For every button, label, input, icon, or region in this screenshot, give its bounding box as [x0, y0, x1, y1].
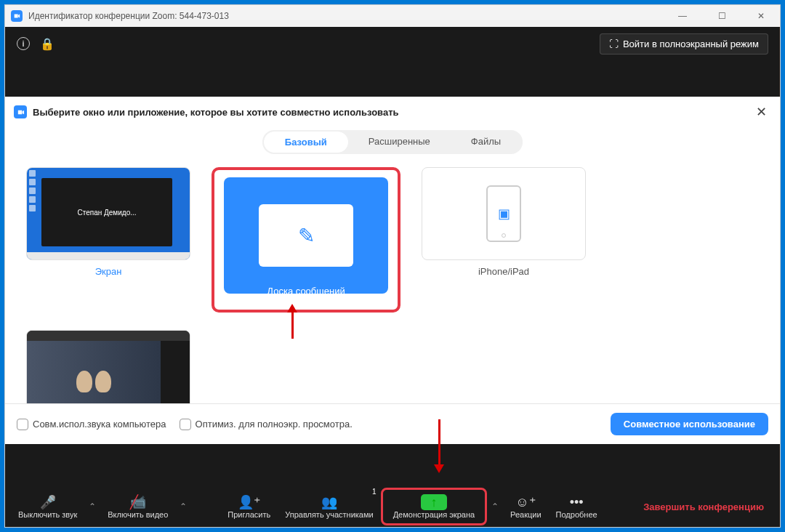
share-screen-highlight: ↑ Демонстрация экрана: [381, 488, 487, 525]
minimize-button[interactable]: —: [669, 11, 696, 21]
meeting-area: Выберите окно или приложение, которое вы…: [5, 60, 780, 527]
microphone-icon: 🎤: [40, 494, 56, 510]
share-button[interactable]: Совместное использование: [611, 413, 768, 435]
checkbox-share-audio[interactable]: Совм.испол.звука компьютера: [17, 419, 166, 430]
titlebar: Идентификатор конференции Zoom: 544-473-…: [5, 5, 780, 27]
reactions-label: Реакции: [510, 510, 542, 519]
share-screen-dialog: Выберите окно или приложение, которое вы…: [5, 97, 780, 444]
pen-icon: ✎: [298, 224, 315, 248]
video-label: Включить видео: [108, 510, 168, 519]
invite-icon: 👤⁺: [238, 494, 261, 510]
participants-count: 1: [372, 488, 377, 496]
optimize-label: Оптимиз. для полноэкр. просмотра.: [196, 419, 353, 430]
share-option-iphone[interactable]: ▣ iPhone/iPad: [415, 167, 592, 313]
airplay-icon: ▣: [498, 206, 510, 222]
whiteboard-thumbnail: ✎: [259, 204, 353, 267]
window-title: Идентификатор конференции Zoom: 544-473-…: [28, 11, 229, 21]
close-button[interactable]: ✕: [748, 11, 774, 21]
maximize-button[interactable]: ☐: [709, 11, 735, 21]
share-option-screen[interactable]: Степан Демидо... Экран: [20, 167, 197, 313]
dialog-title: Выберите окно или приложение, которое вы…: [33, 107, 399, 118]
tab-advanced[interactable]: Расширенные: [348, 132, 451, 153]
end-meeting-button[interactable]: Завершить конференцию: [636, 486, 774, 527]
zoom-icon: [14, 105, 27, 118]
iphone-thumbnail: ▣: [486, 185, 521, 242]
end-label: Завершить конференцию: [643, 501, 764, 512]
video-button[interactable]: 📹╱ Включить видео: [100, 486, 175, 527]
meeting-topbar: i 🔒 ⛶ Войти в полноэкранный режим: [5, 27, 780, 60]
mute-label: Выключить звук: [18, 510, 77, 519]
desktop-thumbnail: Степан Демидо...: [27, 168, 190, 259]
share-options-grid: Степан Демидо... Экран ✎ Доска сообщений: [5, 154, 780, 403]
fullscreen-label: Войти в полноэкранный режим: [623, 39, 759, 49]
invite-button[interactable]: 👤⁺ Пригласить: [220, 486, 278, 527]
info-icon[interactable]: i: [17, 37, 30, 50]
tab-basic[interactable]: Базовый: [264, 132, 348, 153]
browser-thumbnail: [27, 331, 190, 403]
expand-icon: ⛶: [609, 39, 619, 49]
more-button[interactable]: ••• Подробнее: [549, 486, 605, 527]
camera-off-icon: 📹╱: [130, 494, 146, 510]
fullscreen-button[interactable]: ⛶ Войти в полноэкранный режим: [600, 33, 768, 55]
participants-icon: 👥: [321, 494, 337, 510]
share-option-whiteboard[interactable]: ✎ Доска сообщений: [212, 167, 400, 313]
share-screen-button[interactable]: ↑ Демонстрация экрана: [386, 491, 482, 522]
tab-files[interactable]: Файлы: [451, 132, 521, 153]
share-tabs: Базовый Расширенные Файлы: [5, 130, 780, 154]
meeting-toolbar: 🎤 Выключить звук ⌃ 📹╱ Включить видео ⌃ 👤…: [5, 486, 780, 527]
audio-options-chevron[interactable]: ⌃: [84, 486, 100, 527]
participants-label: Управлять участниками: [285, 510, 373, 519]
video-options-chevron[interactable]: ⌃: [175, 486, 191, 527]
share-option-browser[interactable]: Новости Украины, последние н...: [20, 330, 197, 403]
dialog-footer: Совм.испол.звука компьютера Оптимиз. для…: [5, 403, 780, 444]
invite-label: Пригласить: [228, 510, 270, 519]
dialog-close-button[interactable]: ✕: [752, 104, 771, 120]
zoom-window: Идентификатор конференции Zoom: 544-473-…: [4, 4, 781, 528]
share-options-chevron[interactable]: ⌃: [487, 486, 503, 527]
checkbox-optimize[interactable]: Оптимиз. для полноэкр. просмотра.: [180, 419, 353, 430]
encryption-lock-icon[interactable]: 🔒: [40, 37, 55, 51]
mini-window-label: Степан Демидо...: [41, 178, 172, 246]
reactions-icon: ☺⁺: [515, 494, 536, 510]
share-label: Демонстрация экрана: [393, 510, 475, 519]
more-icon: •••: [570, 494, 584, 510]
more-label: Подробнее: [556, 510, 597, 519]
dialog-header: Выберите окно или приложение, которое вы…: [5, 97, 780, 127]
share-screen-icon: ↑: [421, 494, 447, 510]
participants-button[interactable]: 👥 1 Управлять участниками: [278, 486, 380, 527]
iphone-label: iPhone/iPad: [478, 266, 529, 277]
window-controls: — ☐ ✕: [669, 11, 774, 21]
whiteboard-label: Доска сообщений: [267, 286, 345, 297]
share-audio-label: Совм.испол.звука компьютера: [33, 419, 166, 430]
zoom-app-icon: [11, 10, 23, 22]
reactions-button[interactable]: ☺⁺ Реакции: [503, 486, 549, 527]
screen-label: Экран: [95, 266, 122, 277]
mute-button[interactable]: 🎤 Выключить звук: [11, 486, 84, 527]
